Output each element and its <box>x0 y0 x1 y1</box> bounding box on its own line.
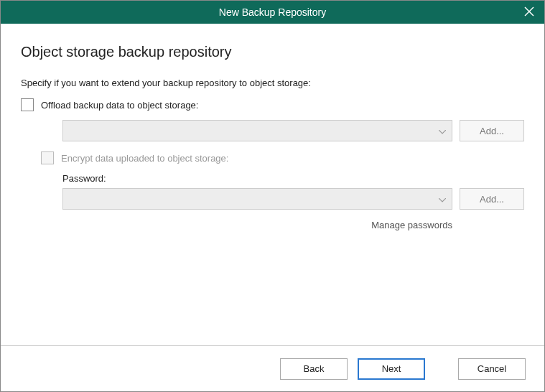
titlebar: New Backup Repository <box>1 1 544 24</box>
manage-passwords-link[interactable]: Manage passwords <box>62 220 524 230</box>
next-button[interactable]: Next <box>358 358 425 380</box>
chevron-down-icon <box>439 194 446 205</box>
object-storage-dropdown[interactable] <box>62 120 452 141</box>
password-label: Password: <box>62 173 524 184</box>
window-title: New Backup Repository <box>1 6 544 18</box>
password-row: Add... <box>62 188 524 210</box>
encrypt-checkbox-row: Encrypt data uploaded to object storage: <box>41 151 524 164</box>
chevron-down-icon <box>439 126 446 136</box>
close-icon <box>524 6 534 19</box>
encrypt-checkbox[interactable] <box>41 151 54 164</box>
page-subtitle: Specify if you want to extend your backu… <box>21 78 524 88</box>
offload-checkbox-row: Offload backup data to object storage: <box>21 98 524 111</box>
add-password-button[interactable]: Add... <box>460 188 524 210</box>
footer: Back Next Cancel <box>1 345 544 391</box>
encrypt-checkbox-label: Encrypt data uploaded to object storage: <box>61 153 228 164</box>
password-dropdown[interactable] <box>62 188 452 210</box>
offload-checkbox[interactable] <box>21 98 34 111</box>
offload-storage-row: Add... <box>62 120 524 141</box>
cancel-button[interactable]: Cancel <box>458 358 526 380</box>
page-title: Object storage backup repository <box>21 44 524 60</box>
offload-checkbox-label: Offload backup data to object storage: <box>41 100 198 111</box>
add-storage-button[interactable]: Add... <box>460 120 524 141</box>
back-button[interactable]: Back <box>280 358 348 380</box>
content-area: Object storage backup repository Specify… <box>1 24 544 345</box>
close-button[interactable] <box>514 1 544 24</box>
